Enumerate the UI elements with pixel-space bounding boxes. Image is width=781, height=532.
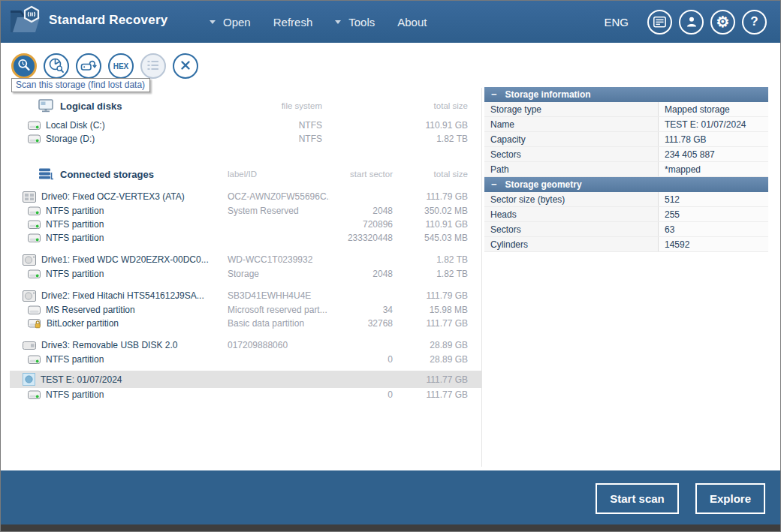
row-total-size: 111.79 GB — [393, 290, 481, 301]
property-value: 234 405 887 — [659, 147, 768, 161]
partition-icon — [28, 134, 41, 144]
row-total-size: 111.77 GB — [393, 318, 481, 329]
row-name: Drive1: Fixed WDC WD20EZRX-00DC0... — [41, 254, 209, 265]
row-total-size: 1.82 TB — [393, 134, 481, 144]
property-value: TEST E: 01/07/2024 — [659, 117, 768, 131]
hex-icon: HEX — [113, 62, 129, 71]
storage-row[interactable]: NTFS partition 233320448 545.03 MB — [10, 231, 481, 245]
open-image-button[interactable] — [76, 53, 101, 79]
storage-row[interactable]: BitLocker partition Basic data partition… — [10, 317, 481, 330]
scan-tooltip: Scan this storage (find lost data) — [11, 78, 150, 92]
collapse-icon[interactable]: − — [491, 179, 497, 189]
row-name: NTFS partition — [46, 354, 104, 365]
row-label-id: WD-WCC1T0239932 — [219, 254, 330, 265]
row-label-id: SB3D41EWHH4U4E — [219, 290, 330, 301]
hex-view-button[interactable]: HEX — [108, 53, 134, 79]
storage-row[interactable]: Drive2: Fixed Hitachi HTS541612J9SA... S… — [10, 288, 481, 303]
storage-row[interactable]: NTFS partition System Reserved 2048 350.… — [10, 204, 481, 218]
property-label: Cylinders — [484, 237, 659, 251]
row-label-id: Storage — [219, 269, 330, 279]
property-label: Path — [484, 162, 659, 176]
partition-icon — [28, 220, 41, 230]
language-selector[interactable]: ENG — [604, 16, 629, 29]
logical-disk-row[interactable]: Storage (D:) NTFS 1.82 TB — [10, 132, 481, 146]
column-header-total-size: total size — [393, 170, 481, 179]
storage-row[interactable]: Drive1: Fixed WDC WD20EZRX-00DC0... WD-W… — [10, 252, 481, 267]
scan-pie-button[interactable] — [44, 53, 69, 79]
storage-toolbar: HEX — [11, 53, 198, 79]
storage-row[interactable]: MS Reserved partition Microsoft reserved… — [10, 303, 481, 317]
logical-disk-row[interactable]: Local Disk (C:) NTFS 110.91 GB — [10, 119, 481, 132]
property-row: Cylinders 14592 — [484, 237, 768, 252]
property-label: Sector size (bytes) — [484, 192, 659, 206]
property-row: Sectors 63 — [484, 222, 768, 237]
help-icon[interactable]: ? — [742, 10, 767, 35]
property-value: 111.78 GB — [659, 132, 768, 146]
partition-icon — [28, 390, 41, 400]
partition-plain-icon — [28, 305, 41, 315]
storage-row[interactable]: NTFS partition Storage 2048 1.82 TB — [10, 267, 481, 281]
partition-icon — [28, 233, 41, 243]
storage-geometry-title: Storage geometry — [505, 179, 582, 190]
menu-item-refresh[interactable]: Refresh — [273, 16, 313, 29]
column-header-file-system: file system — [219, 101, 330, 110]
logical-disks-header[interactable]: Logical disks file system total size — [10, 98, 481, 113]
row-start-sector: 0 — [330, 389, 393, 400]
column-header-start-sector: start sector — [330, 170, 393, 179]
close-button[interactable] — [173, 53, 198, 79]
menu-item-open[interactable]: Open — [210, 16, 251, 29]
disk-image-arrow-icon — [80, 58, 97, 75]
property-row: Capacity 111.78 GB — [484, 132, 768, 147]
row-label-id: System Reserved — [219, 206, 330, 216]
list-view-button[interactable] — [140, 53, 166, 79]
property-value: 14592 — [659, 237, 768, 251]
storage-row[interactable]: Drive3: Removable USB DISK 2.0 017209888… — [10, 338, 481, 353]
panel-divider — [481, 88, 482, 467]
gear-icon[interactable]: ⚙ — [710, 10, 735, 35]
storage-row[interactable]: Drive0: Fixed OCZ-VERTEX3 (ATA) OCZ-AWNZ… — [10, 189, 481, 204]
row-start-sector: 2048 — [330, 269, 393, 279]
collapse-icon[interactable]: − — [491, 89, 497, 99]
row-name: NTFS partition — [46, 269, 104, 279]
storage-row[interactable]: TEST E: 01/07/2024 111.77 GB — [10, 371, 481, 388]
row-total-size: 28.89 GB — [393, 354, 481, 365]
bottom-strip — [1, 524, 780, 531]
menu-item-about[interactable]: About — [397, 16, 427, 29]
connected-storages-header[interactable]: Connected storages label/ID start sector… — [10, 167, 481, 182]
storage-geometry-header[interactable]: − Storage geometry — [484, 177, 768, 192]
row-total-size: 110.91 GB — [393, 219, 481, 230]
menu-item-tools[interactable]: Tools — [335, 16, 375, 29]
property-row: Sectors 234 405 887 — [484, 147, 768, 162]
row-start-sector: 233320448 — [330, 233, 393, 243]
storage-row[interactable]: NTFS partition 0 111.77 GB — [10, 388, 481, 401]
property-label: Capacity — [484, 132, 659, 146]
storage-row[interactable]: NTFS partition 0 28.89 GB — [10, 353, 481, 366]
row-start-sector: 34 — [330, 305, 393, 315]
storage-information-header[interactable]: − Storage information — [484, 87, 768, 102]
row-name: NTFS partition — [46, 389, 104, 400]
partition-icon — [28, 206, 41, 216]
row-total-size: 1.82 TB — [393, 254, 481, 265]
row-name: BitLocker partition — [47, 318, 119, 329]
storage-row[interactable]: NTFS partition 720896 110.91 GB — [10, 218, 481, 231]
menu-tools-label: Tools — [348, 16, 375, 29]
row-start-sector: 2048 — [330, 206, 393, 216]
explore-button[interactable]: Explore — [695, 483, 765, 514]
row-name: Drive0: Fixed OCZ-VERTEX3 (ATA) — [41, 191, 185, 202]
mapped-icon — [23, 373, 35, 386]
property-value: 512 — [659, 192, 768, 206]
row-label-id: Microsoft reserved part... — [219, 305, 330, 315]
news-icon[interactable] — [647, 10, 672, 35]
storage-information-table: Storage type Mapped storage Name TEST E:… — [484, 102, 768, 177]
row-total-size: 1.82 TB — [393, 269, 481, 279]
row-start-sector: 32768 — [330, 318, 393, 329]
row-total-size: 28.89 GB — [393, 340, 481, 350]
storage-info-panel: − Storage information Storage type Mappe… — [484, 87, 768, 252]
start-scan-button[interactable]: Start scan — [596, 483, 679, 514]
user-icon[interactable] — [679, 10, 704, 35]
list-icon — [146, 59, 160, 74]
scan-storage-button[interactable] — [11, 53, 37, 79]
row-label-id: OCZ-AWNZ0FW55696C... — [219, 191, 330, 202]
main-menu: Open Refresh Tools About — [210, 1, 427, 43]
logical-disks-rows: Local Disk (C:) NTFS 110.91 GB Storage (… — [10, 119, 481, 146]
